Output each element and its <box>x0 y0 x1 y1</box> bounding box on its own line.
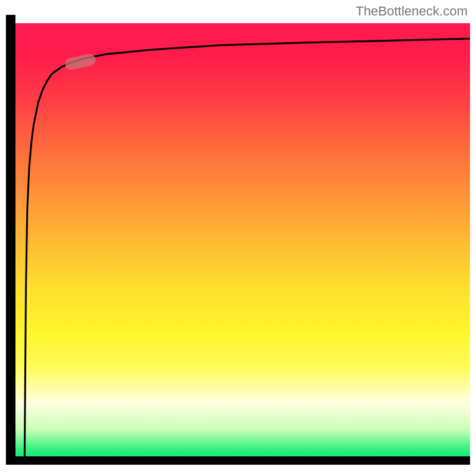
plot-area <box>15 23 470 465</box>
gradient-background <box>15 23 470 465</box>
chart-frame <box>6 15 470 465</box>
attribution-text: TheBottleneck.com <box>356 4 468 19</box>
svg-rect-0 <box>6 15 15 465</box>
page-root: TheBottleneck.com <box>0 0 476 476</box>
